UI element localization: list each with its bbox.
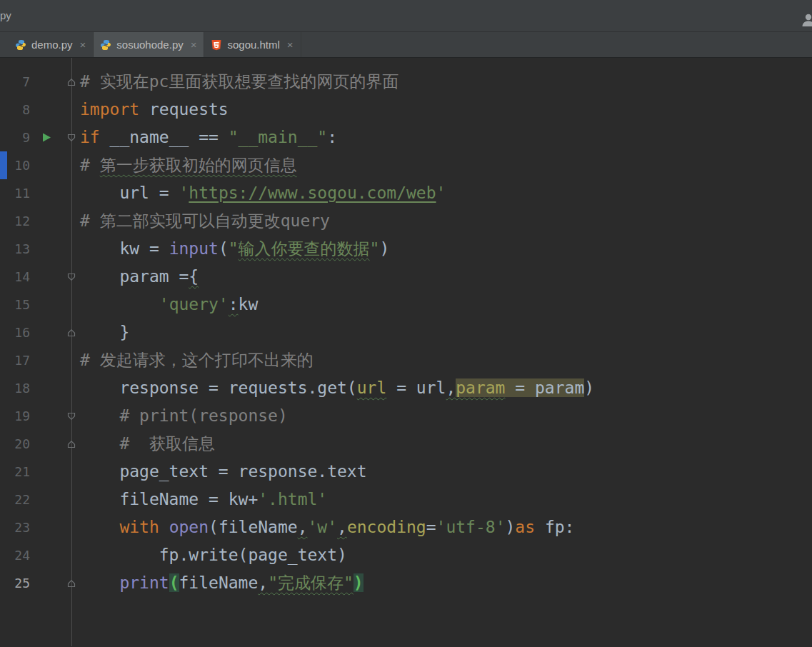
fold-gutter-slot — [65, 541, 78, 569]
run-gutter-slot — [39, 458, 54, 486]
code-line: 7# 实现在pc里面获取想要查找的网页的界面 — [0, 68, 812, 96]
code-line-text[interactable]: page_text = response.text — [80, 458, 367, 486]
line-number[interactable]: 19 — [0, 402, 30, 430]
code-line: 21 page_text = response.text — [0, 458, 812, 486]
line-number[interactable]: 10 — [0, 151, 30, 179]
line-number[interactable]: 17 — [0, 346, 30, 374]
code-line-text[interactable]: # 实现在pc里面获取想要查找的网页的界面 — [80, 68, 399, 96]
run-gutter-slot — [39, 430, 54, 458]
run-gutter-slot — [39, 319, 54, 346]
tab-sogou.html[interactable]: sogou.html× — [204, 32, 301, 57]
gutter[interactable]: 9 — [0, 124, 80, 151]
run-gutter-slot — [39, 541, 54, 569]
line-number[interactable]: 22 — [0, 486, 30, 513]
run-icon[interactable] — [39, 124, 54, 151]
line-number[interactable]: 18 — [0, 374, 30, 402]
fold-down-icon[interactable] — [65, 402, 78, 430]
line-number[interactable]: 15 — [0, 291, 30, 319]
fold-gutter-slot — [65, 374, 78, 402]
close-icon[interactable]: × — [287, 39, 294, 50]
code-line: 25 print(fileName,"完成保存") — [0, 569, 812, 597]
gutter[interactable]: 13 — [0, 235, 80, 263]
line-number[interactable]: 7 — [0, 68, 30, 96]
code-line-text[interactable]: # 第二部实现可以自动更改query — [80, 207, 330, 235]
code-line-text[interactable]: fp.write(page_text) — [80, 541, 347, 569]
gutter[interactable]: 15 — [0, 291, 80, 319]
fold-gutter-slot — [65, 179, 78, 207]
python-icon — [15, 39, 26, 51]
editor-tab-bar: demo.py×sosuohode.py×sogou.html× — [0, 32, 812, 58]
tab-demo.py[interactable]: demo.py× — [9, 32, 94, 57]
run-gutter-slot — [39, 96, 54, 124]
gutter[interactable]: 18 — [0, 374, 80, 402]
tab-sosuohode.py[interactable]: sosuohode.py× — [94, 32, 204, 57]
code-line-text[interactable]: # 发起请求，这个打印不出来的 — [80, 346, 314, 374]
run-gutter-slot — [39, 402, 54, 430]
run-gutter-slot — [39, 68, 54, 96]
gutter[interactable]: 16 — [0, 319, 80, 346]
code-line-text[interactable]: # 第一步获取初始的网页信息 — [80, 151, 297, 179]
code-line: 22 fileName = kw+'.html' — [0, 486, 812, 513]
code-line-text[interactable]: import requests — [80, 96, 229, 124]
fold-up-icon[interactable] — [65, 430, 78, 458]
line-number[interactable]: 13 — [0, 235, 30, 263]
code-line-text[interactable]: param ={ — [80, 263, 199, 291]
gutter[interactable]: 11 — [0, 179, 80, 207]
line-number[interactable]: 8 — [0, 96, 30, 124]
code-line: 19 # print(response) — [0, 402, 812, 430]
line-number[interactable]: 16 — [0, 319, 30, 346]
close-icon[interactable]: × — [191, 39, 197, 50]
code-line-text[interactable]: url = 'https://www.sogou.com/web' — [80, 179, 446, 207]
code-line-text[interactable]: # 获取信息 — [80, 430, 215, 458]
code-line-text[interactable]: } — [80, 319, 129, 346]
fold-gutter-slot — [65, 151, 78, 179]
code-line-text[interactable]: print(fileName,"完成保存") — [80, 569, 364, 597]
fold-up-icon[interactable] — [65, 569, 78, 597]
code-line: 18 response = requests.get(url = url,par… — [0, 374, 812, 402]
gutter[interactable]: 23 — [0, 513, 80, 541]
line-number[interactable]: 11 — [0, 179, 30, 207]
fold-gutter-slot — [65, 486, 78, 513]
run-gutter-slot — [39, 291, 54, 319]
code-line: 16 } — [0, 319, 812, 346]
run-gutter-slot — [39, 569, 54, 597]
fold-up-icon[interactable] — [65, 319, 78, 346]
line-number[interactable]: 20 — [0, 430, 30, 458]
close-icon[interactable]: × — [80, 39, 86, 50]
code-line-text[interactable]: if __name__ == "__main__": — [80, 124, 337, 151]
code-line-text[interactable]: with open(fileName,'w',encoding='utf-8')… — [80, 513, 574, 541]
gutter[interactable]: 14 — [0, 263, 80, 291]
code-line-text[interactable]: 'query':kw — [80, 291, 258, 319]
gutter[interactable]: 24 — [0, 541, 80, 569]
gutter[interactable]: 25 — [0, 569, 80, 597]
gutter[interactable]: 12 — [0, 207, 80, 235]
code-line-text[interactable]: response = requests.get(url = url,param … — [80, 374, 594, 402]
gutter[interactable]: 20 — [0, 430, 80, 458]
code-line-text[interactable]: # print(response) — [80, 402, 288, 430]
gutter[interactable]: 21 — [0, 458, 80, 486]
line-number[interactable]: 23 — [0, 513, 30, 541]
fold-down-icon[interactable] — [65, 263, 78, 291]
line-number[interactable]: 12 — [0, 207, 30, 235]
line-number[interactable]: 25 — [0, 569, 30, 597]
gutter[interactable]: 8 — [0, 96, 80, 124]
html-icon — [211, 39, 222, 51]
gutter[interactable]: 19 — [0, 402, 80, 430]
fold-up-icon[interactable] — [65, 68, 78, 96]
gutter[interactable]: 7 — [0, 68, 80, 96]
gutter[interactable]: 17 — [0, 346, 80, 374]
gutter[interactable]: 10 — [0, 151, 80, 179]
fold-gutter-slot — [65, 235, 78, 263]
user-icon[interactable] — [800, 11, 812, 31]
code-line-text[interactable]: kw = input("输入你要查的数据") — [80, 235, 389, 263]
line-number[interactable]: 9 — [0, 124, 30, 151]
fold-down-icon[interactable] — [65, 124, 78, 151]
code-line: 24 fp.write(page_text) — [0, 541, 812, 569]
line-number[interactable]: 24 — [0, 541, 30, 569]
line-number[interactable]: 14 — [0, 263, 30, 291]
code-line-text[interactable]: fileName = kw+'.html' — [80, 486, 327, 513]
code-line: 12# 第二部实现可以自动更改query — [0, 207, 812, 235]
code-line: 20 # 获取信息 — [0, 430, 812, 458]
line-number[interactable]: 21 — [0, 458, 30, 486]
gutter[interactable]: 22 — [0, 486, 80, 513]
